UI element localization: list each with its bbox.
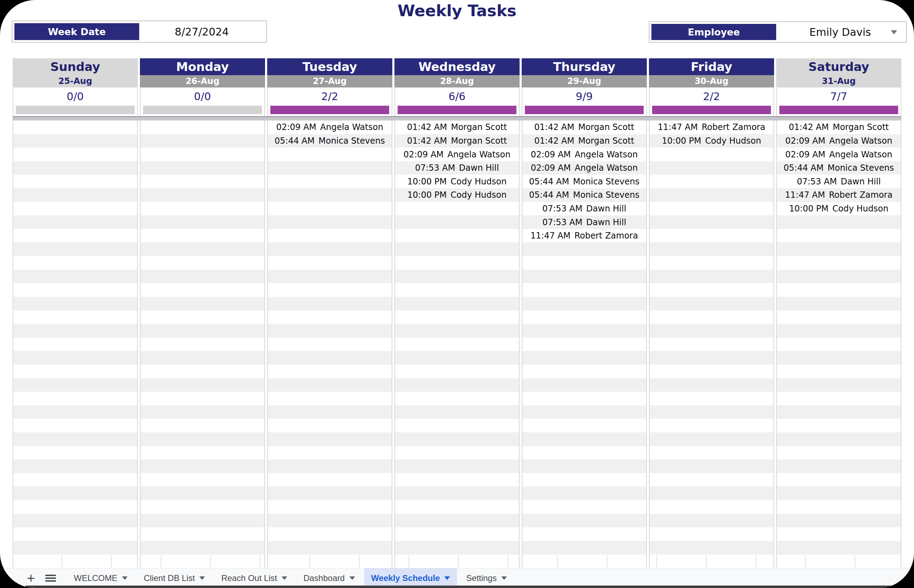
triangle-down-icon[interactable] bbox=[282, 577, 287, 580]
task-entry[interactable]: 10:00 PMCody Hudson bbox=[650, 134, 773, 148]
triangle-down-icon[interactable] bbox=[122, 577, 128, 580]
add-sheet-button[interactable]: + bbox=[23, 570, 39, 586]
tab-reach-out-list[interactable]: Reach Out List bbox=[214, 568, 294, 588]
task-person: Morgan Scott bbox=[578, 136, 635, 146]
task-person: Monica Stevens bbox=[828, 163, 894, 173]
task-entry[interactable]: 07:53 AMDawn Hill bbox=[522, 215, 646, 229]
day-task-count: 2/2 bbox=[268, 87, 392, 106]
task-person: Cody Hudson bbox=[705, 136, 761, 146]
task-time: 02:09 AM bbox=[531, 163, 571, 173]
day-column-body: 0/0 bbox=[13, 87, 138, 568]
task-entry[interactable]: 10:00 PMCody Hudson bbox=[395, 174, 519, 188]
task-person: Morgan Scott bbox=[451, 136, 507, 146]
task-time: 05:44 AM bbox=[275, 136, 314, 146]
task-entry[interactable]: 01:42 AMMorgan Scott bbox=[395, 134, 519, 148]
task-entry[interactable]: 05:44 AMMonica Stevens bbox=[268, 134, 392, 148]
employee-dropdown[interactable]: Emily Davis bbox=[776, 24, 904, 40]
task-person: Morgan Scott bbox=[833, 122, 889, 132]
task-time: 05:44 AM bbox=[529, 177, 569, 186]
task-time: 02:09 AM bbox=[785, 150, 825, 160]
horizontal-scrollbar[interactable] bbox=[25, 586, 897, 588]
week-date-label: Week Date bbox=[15, 23, 139, 40]
task-person: Robert Zamora bbox=[829, 190, 893, 200]
task-entry[interactable]: 05:44 AMMonica Stevens bbox=[522, 188, 646, 202]
page-title: Weekly Tasks bbox=[0, 1, 914, 21]
triangle-down-icon[interactable] bbox=[349, 577, 355, 580]
task-entry[interactable]: 02:09 AMAngela Watson bbox=[777, 147, 901, 161]
task-person: Monica Stevens bbox=[573, 177, 639, 186]
task-time: 05:44 AM bbox=[784, 163, 824, 173]
week-date-input[interactable]: 8/27/2024 bbox=[139, 23, 264, 40]
all-sheets-menu-button[interactable] bbox=[43, 570, 58, 586]
day-date: 28-Aug bbox=[394, 75, 520, 87]
task-entry[interactable]: 07:53 AMDawn Hill bbox=[395, 161, 519, 175]
day-progress-bar bbox=[525, 106, 644, 114]
task-time: 01:42 AM bbox=[407, 136, 447, 146]
tab-settings[interactable]: Settings bbox=[459, 568, 514, 588]
day-task-list bbox=[13, 121, 137, 568]
spreadsheet-window: Weekly Tasks Week Date 8/27/2024 Employe… bbox=[0, 0, 914, 588]
triangle-down-icon[interactable] bbox=[501, 577, 507, 580]
task-person: Dawn Hill bbox=[587, 217, 626, 227]
task-entry[interactable]: 07:53 AMDawn Hill bbox=[522, 202, 646, 216]
task-entry[interactable]: 05:44 AMMonica Stevens bbox=[522, 174, 646, 188]
task-entry[interactable]: 02:09 AMAngela Watson bbox=[268, 121, 392, 134]
task-entry[interactable]: 02:09 AMAngela Watson bbox=[395, 147, 519, 161]
day-date: 30-Aug bbox=[649, 75, 774, 87]
task-time: 02:09 AM bbox=[785, 136, 825, 146]
task-entry[interactable]: 02:09 AMAngela Watson bbox=[522, 161, 646, 175]
employee-control: Employee Emily Davis bbox=[648, 21, 907, 43]
triangle-down-icon[interactable] bbox=[891, 30, 897, 34]
sheet-gridlines bbox=[13, 555, 901, 568]
day-date: 26-Aug bbox=[140, 75, 265, 87]
task-time: 01:42 AM bbox=[789, 122, 829, 132]
task-entry[interactable]: 07:53 AMDawn Hill bbox=[777, 174, 901, 188]
day-column-monday: Monday 26-Aug 0/0 bbox=[140, 58, 265, 568]
task-entry[interactable]: 11:47 AMRobert Zamora bbox=[777, 188, 901, 202]
task-entry[interactable]: 01:42 AMMorgan Scott bbox=[522, 134, 646, 148]
task-time: 07:53 AM bbox=[543, 217, 582, 227]
tab-label: Weekly Schedule bbox=[371, 573, 440, 583]
task-time: 02:09 AM bbox=[531, 150, 571, 160]
day-task-list: 02:09 AMAngela Watson05:44 AMMonica Stev… bbox=[268, 121, 392, 568]
task-entry[interactable]: 10:00 PMCody Hudson bbox=[395, 188, 519, 202]
day-task-list: 01:42 AMMorgan Scott01:42 AMMorgan Scott… bbox=[395, 121, 519, 568]
tab-client-db-list[interactable]: Client DB List bbox=[137, 568, 212, 588]
task-entry[interactable]: 10:00 PMCody Hudson bbox=[777, 202, 901, 216]
task-entry[interactable]: 01:42 AMMorgan Scott bbox=[522, 121, 646, 134]
task-entry[interactable]: 01:42 AMMorgan Scott bbox=[777, 121, 901, 134]
task-person: Dawn Hill bbox=[841, 177, 881, 186]
task-person: Dawn Hill bbox=[459, 163, 499, 173]
day-task-count: 9/9 bbox=[522, 87, 646, 106]
task-entry[interactable]: 05:44 AMMonica Stevens bbox=[777, 161, 901, 175]
tab-welcome[interactable]: WELCOME bbox=[67, 568, 135, 588]
task-time: 01:42 AM bbox=[534, 122, 574, 132]
task-person: Angela Watson bbox=[829, 136, 892, 146]
task-time: 07:53 AM bbox=[543, 204, 582, 213]
tab-label: Settings bbox=[466, 573, 497, 583]
employee-label: Employee bbox=[651, 24, 776, 40]
task-person: Angela Watson bbox=[829, 150, 892, 160]
task-entry[interactable]: 11:47 AMRobert Zamora bbox=[522, 229, 646, 243]
week-table: Sunday 25-Aug 0/0 Monday 26-Aug 0/0 Tues… bbox=[13, 58, 901, 568]
day-column-body: 2/2 02:09 AMAngela Watson05:44 AMMonica … bbox=[267, 87, 392, 568]
day-column-friday: Friday 30-Aug 2/2 11:47 AMRobert Zamora1… bbox=[649, 58, 774, 568]
day-progress-bar bbox=[652, 106, 771, 114]
triangle-down-icon[interactable] bbox=[444, 577, 450, 580]
task-entry[interactable]: 01:42 AMMorgan Scott bbox=[395, 121, 519, 134]
task-time: 07:53 AM bbox=[415, 163, 455, 173]
day-task-count: 2/2 bbox=[650, 87, 773, 106]
tab-weekly-schedule[interactable]: Weekly Schedule bbox=[364, 568, 457, 588]
task-entry[interactable]: 02:09 AMAngela Watson bbox=[522, 147, 646, 161]
task-person: Monica Stevens bbox=[573, 190, 639, 200]
tab-dashboard[interactable]: Dashboard bbox=[297, 568, 362, 588]
task-entry[interactable]: 02:09 AMAngela Watson bbox=[777, 134, 901, 148]
task-time: 01:42 AM bbox=[407, 122, 447, 132]
day-task-count: 0/0 bbox=[141, 87, 264, 106]
day-column-body: 9/9 01:42 AMMorgan Scott01:42 AMMorgan S… bbox=[522, 87, 647, 568]
employee-dropdown-value: Emily Davis bbox=[809, 26, 871, 38]
day-date: 27-Aug bbox=[267, 75, 392, 87]
task-person: Angela Watson bbox=[575, 150, 638, 160]
task-entry[interactable]: 11:47 AMRobert Zamora bbox=[650, 121, 773, 134]
triangle-down-icon[interactable] bbox=[199, 577, 205, 580]
